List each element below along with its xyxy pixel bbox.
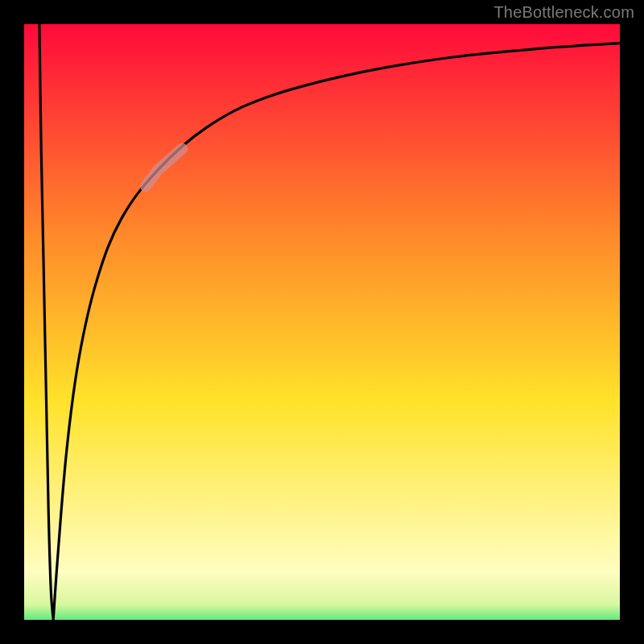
bottleneck-chart — [0, 0, 644, 644]
chart-stage: { "watermark": "TheBottleneck.com", "plo… — [0, 0, 644, 644]
gradient-background — [24, 24, 632, 632]
watermark-text: TheBottleneck.com — [493, 3, 634, 22]
